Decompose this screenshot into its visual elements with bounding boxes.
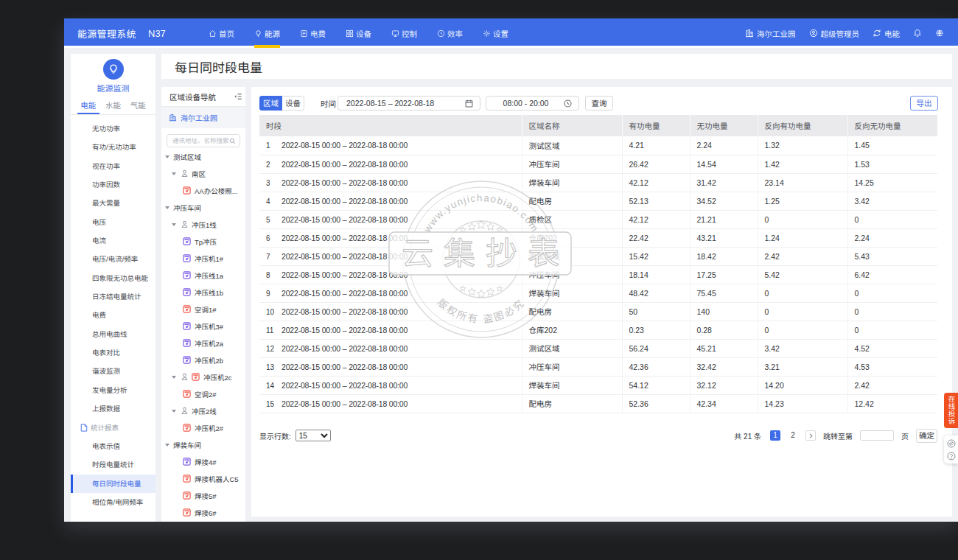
tree-node-南区[interactable]: 南区 (161, 165, 245, 182)
sidebar-item-电费[interactable]: 电费 (71, 306, 155, 324)
segment-device-button[interactable]: 设备 (282, 96, 304, 111)
line-group-icon (181, 169, 189, 178)
tree-node-冲压机2c[interactable]: 冲压机2c (161, 368, 245, 385)
online-complaint-tab[interactable]: 在线投诉 (944, 393, 958, 428)
question-icon[interactable] (947, 452, 956, 461)
nav-item-电费[interactable]: 电费 (300, 18, 326, 48)
tree-node-冲压车间[interactable]: 冲压车间 (161, 199, 245, 216)
sidebar-item-总用电曲线[interactable]: 总用电曲线 (71, 325, 155, 343)
tree-node-冲压机2#[interactable]: 冲压机2# (161, 419, 245, 436)
tree-node-AA办公楼照[interactable]: AA办公楼照... (161, 182, 245, 199)
jump-label-suffix: 页 (901, 430, 909, 441)
nav-item-首页[interactable]: 首页 (209, 18, 234, 48)
tree-node-冲压2线[interactable]: 冲压2线 (161, 402, 245, 419)
segment-area-button[interactable]: 区域 (259, 96, 282, 111)
nav-item-效率[interactable]: 效率 (437, 18, 463, 48)
sidebar-item-无功功率[interactable]: 无功功率 (71, 119, 155, 138)
tree-search-input[interactable] (172, 137, 229, 144)
globe-icon[interactable] (935, 29, 944, 38)
time-range-picker[interactable]: 08:00 - 20:00 (486, 96, 579, 111)
sidebar-item-电表示值[interactable]: 电表示值 (71, 437, 155, 455)
page-button-1[interactable]: 1 (770, 430, 780, 441)
tree-node-焊装车间[interactable]: 焊装车间 (161, 436, 245, 453)
user-menu[interactable]: 超级管理员 (809, 28, 860, 39)
nav-item-能源[interactable]: 能源 (254, 18, 280, 48)
sidebar-item-电表对比[interactable]: 电表对比 (71, 343, 155, 362)
sidebar-item-每日同时段电量[interactable]: 每日同时段电量 (71, 475, 155, 493)
cell-value: 31.42 (690, 173, 758, 192)
nav-item-label: 设备 (356, 28, 371, 39)
tree-node-空调2#[interactable]: 空调2# (161, 385, 245, 402)
sidebar-item-电压[interactable]: 电压 (71, 213, 155, 231)
cell-value: 22.42 (622, 228, 690, 247)
tree-node-冲压线1b[interactable]: 冲压线1b (161, 284, 245, 301)
sidebar-item-上报数据[interactable]: 上报数据 (71, 399, 155, 418)
meter-icon (183, 237, 191, 245)
tree-node-冲压1线[interactable]: 冲压1线 (161, 216, 245, 233)
search-icon[interactable] (229, 138, 236, 144)
next-page-button[interactable] (805, 430, 816, 441)
nav-item-设备[interactable]: 设备 (346, 18, 371, 48)
row-period: 2022-08-15 00:00 – 2022-08-18 00:00 (282, 178, 408, 187)
tree-root-node[interactable]: 海尔工业园 (161, 107, 245, 128)
caret-down-icon[interactable] (165, 444, 169, 447)
park-selector[interactable]: 海尔工业园 (745, 28, 796, 39)
caret-down-icon[interactable] (165, 206, 169, 209)
link-icon[interactable] (947, 439, 956, 448)
nav-item-控制[interactable]: 控制 (391, 18, 417, 48)
date-range-picker[interactable]: 2022-08-15 – 2022-08-18 (338, 96, 480, 111)
caret-down-icon[interactable] (172, 376, 176, 379)
sidebar-item-label: 电费 (92, 311, 106, 319)
sidebar-item-电流[interactable]: 电流 (71, 231, 155, 250)
jump-page-input[interactable] (860, 430, 894, 441)
sidebar-item-谐波监测[interactable]: 谐波监测 (71, 362, 155, 380)
sidebar-item-四象限无功总电能[interactable]: 四象限无功总电能 (71, 269, 155, 287)
sidebar-item-最大需量[interactable]: 最大需量 (71, 194, 155, 212)
tree-node-Tp冲压[interactable]: Tp冲压 (161, 233, 245, 250)
nav-right-group: 海尔工业园 超级管理员 电能 (745, 18, 944, 48)
page-title: 每日同时段电量 (175, 57, 262, 76)
sidebar-item-有功/无功功率[interactable]: 有功/无功功率 (71, 138, 155, 156)
tree-node-焊接机器人C5[interactable]: 焊接机器人C5 (161, 470, 245, 487)
tree-node-焊接4#[interactable]: 焊接4# (161, 453, 245, 470)
energy-tab-水能[interactable]: 水能 (101, 99, 126, 114)
tree-node-冲压线1a[interactable]: 冲压线1a (161, 267, 245, 284)
bell-icon[interactable] (913, 29, 922, 38)
sidebar-item-日冻结电量统计[interactable]: 日冻结电量统计 (71, 287, 155, 306)
tree-node-冲压机2b[interactable]: 冲压机2b (161, 351, 245, 368)
tree-node-焊接6#[interactable]: 焊接6# (161, 504, 245, 521)
caret-down-icon[interactable] (172, 172, 176, 175)
tree-node-空调1#[interactable]: 空调1# (161, 301, 245, 318)
sidebar-item-相位角/电网频率[interactable]: 相位角/电网频率 (71, 493, 155, 511)
sidebar-item-电压/电流/频率[interactable]: 电压/电流/频率 (71, 250, 155, 268)
tree-node-测试区域[interactable]: 测试区域 (161, 148, 245, 165)
sidebar-item-时段电量统计[interactable]: 时段电量统计 (71, 455, 155, 474)
cell-region: 配电房 (522, 192, 622, 210)
energy-mode-switch[interactable]: 电能 (873, 28, 900, 39)
query-button[interactable]: 查询 (585, 96, 613, 111)
cell-value: 140 (690, 302, 758, 321)
caret-down-icon[interactable] (165, 155, 169, 158)
page-button-2[interactable]: 2 (788, 430, 798, 441)
tree-node-冲压机1#[interactable]: 冲压机1# (161, 250, 245, 267)
rows-per-page-select[interactable]: 15 (296, 430, 331, 441)
confirm-button[interactable]: 确定 (916, 429, 937, 443)
tree-node-焊接5#[interactable]: 焊接5# (161, 487, 245, 504)
sidebar-item-功率因数[interactable]: 功率因数 (71, 175, 155, 194)
tree-node-冲压机3#[interactable]: 冲压机3# (161, 318, 245, 335)
energy-tab-电能[interactable]: 电能 (76, 99, 101, 114)
row-period: 2022-08-15 00:00 – 2022-08-18 00:00 (282, 215, 408, 224)
sidebar-item-label: 无功功率 (92, 125, 120, 133)
table-row: 72022-08-15 00:00 – 2022-08-18 00:00测试区域… (259, 247, 937, 265)
sidebar-item-发电量分析[interactable]: 发电量分析 (71, 381, 155, 399)
caret-down-icon[interactable] (172, 410, 176, 413)
export-button[interactable]: 导出 (910, 96, 938, 111)
energy-tab-气能[interactable]: 气能 (125, 99, 150, 114)
nav-item-设置[interactable]: 设置 (483, 18, 508, 48)
sidebar-item-视在功率[interactable]: 视在功率 (71, 157, 155, 175)
tree-node-label: 测试区域 (173, 152, 201, 162)
caret-down-icon[interactable] (172, 223, 176, 226)
tree-node-冲压机2a[interactable]: 冲压机2a (161, 335, 245, 351)
row-period: 2022-08-15 00:00 – 2022-08-18 00:00 (282, 234, 408, 242)
collapse-panel-icon[interactable] (234, 92, 242, 101)
